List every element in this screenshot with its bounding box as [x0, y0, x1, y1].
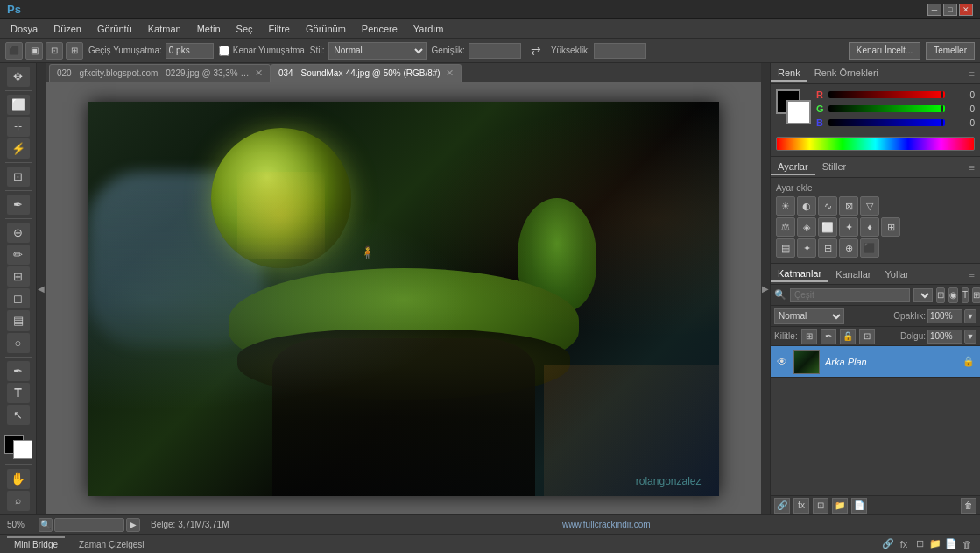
crop-tool[interactable]: ⊡: [7, 167, 30, 187]
fg-bg-selector[interactable]: [776, 89, 811, 124]
add-link-btn[interactable]: 🔗: [774, 498, 790, 514]
marquee-tool[interactable]: ⬜: [7, 95, 30, 115]
new-group-btn[interactable]: 📁: [832, 498, 848, 514]
opacity-expand[interactable]: ▼: [964, 309, 976, 323]
tab-2[interactable]: 034 - SoundMax-44.jpg @ 50% (RGB/8#) ✕: [271, 64, 462, 82]
colbalance-icon[interactable]: ◈: [797, 217, 816, 237]
tab-kanallar[interactable]: Kanallar: [828, 267, 878, 281]
tab-renk[interactable]: Renk: [771, 66, 807, 82]
menu-gorunum[interactable]: Görünüm: [299, 22, 353, 36]
tab-ayarlar[interactable]: Ayarlar: [771, 160, 815, 175]
zoom-tool[interactable]: ⌕: [7, 491, 30, 511]
menu-duzen[interactable]: Düzen: [46, 22, 88, 36]
lock-extra-btn[interactable]: ⊡: [859, 329, 875, 344]
vibrance-icon[interactable]: ▽: [860, 196, 879, 216]
menu-goruntu[interactable]: Görüntü: [90, 22, 139, 36]
options-shape1[interactable]: ⬛: [5, 42, 23, 60]
move-tool[interactable]: ✥: [7, 67, 30, 87]
bottom-icon-5[interactable]: 📄: [945, 538, 957, 550]
canvas-container[interactable]: 🧍 rolangonzalez: [46, 82, 761, 514]
options-shape3[interactable]: ⊡: [46, 42, 63, 60]
r-slider[interactable]: [828, 91, 945, 98]
photofilter-icon[interactable]: ✦: [839, 217, 858, 237]
tab-2-close[interactable]: ✕: [446, 67, 454, 79]
posterize-icon[interactable]: ⊞: [881, 217, 900, 237]
yukseklik-input[interactable]: [594, 43, 646, 59]
kat-filter1[interactable]: ⊡: [936, 287, 945, 303]
layer-item-arkaplan[interactable]: 👁 Arka Plan 🔒: [771, 346, 980, 378]
color-panel-menu[interactable]: ≡: [964, 68, 980, 79]
path-select-tool[interactable]: ↖: [7, 405, 30, 425]
menu-yardim[interactable]: Yardım: [406, 22, 451, 36]
swap-icon[interactable]: ⇄: [526, 41, 546, 60]
left-panel-collapse[interactable]: ◀: [37, 63, 46, 514]
kenar-incelt-button[interactable]: Kenarı İncelt...: [849, 42, 920, 60]
right-panel-collapse[interactable]: ▶: [761, 63, 770, 514]
background-color[interactable]: [13, 440, 32, 459]
menu-pencere[interactable]: Pencere: [355, 22, 405, 36]
spectrum-bar[interactable]: [776, 137, 975, 151]
dodge-tool[interactable]: ○: [7, 333, 30, 353]
bottom-icon-1[interactable]: 🔗: [882, 538, 894, 550]
tab-1-close[interactable]: ✕: [255, 67, 263, 79]
curves-icon[interactable]: ∿: [818, 196, 837, 216]
minimize-button[interactable]: ─: [927, 4, 941, 16]
zoom-slider[interactable]: [54, 518, 124, 532]
stamp-tool[interactable]: ⊞: [7, 266, 30, 287]
menu-katman[interactable]: Katman: [141, 22, 188, 36]
tab-katmanlar[interactable]: Katmanlar: [771, 266, 828, 282]
stil-select[interactable]: Normal Sabit En Boy Oranı Sabit Boyut: [328, 42, 427, 60]
channelmix-icon[interactable]: ♦: [860, 217, 879, 237]
lock-all-btn[interactable]: 🔒: [840, 329, 856, 344]
hand-tool[interactable]: ✋: [7, 469, 30, 489]
menu-sec[interactable]: Seç: [229, 22, 260, 36]
menu-dosya[interactable]: Dosya: [4, 22, 45, 36]
tab-yollar[interactable]: Yollar: [878, 267, 916, 281]
kat-filter2[interactable]: ◉: [948, 287, 958, 303]
genislik-input[interactable]: [469, 43, 521, 59]
temeller-button[interactable]: Temeller: [926, 42, 975, 60]
eyedropper-tool[interactable]: ✒: [7, 195, 30, 215]
dolgu-expand[interactable]: ▼: [964, 330, 976, 344]
zoom-out-btn[interactable]: 🔍: [39, 518, 53, 532]
background-swatch[interactable]: [786, 100, 811, 124]
bottom-icon-4[interactable]: 📁: [929, 538, 941, 550]
opacity-input[interactable]: [927, 309, 962, 323]
bw-icon[interactable]: ⬜: [818, 217, 837, 237]
g-slider[interactable]: [828, 105, 945, 112]
katmanlar-menu[interactable]: ≡: [964, 269, 980, 280]
bottom-icon-3[interactable]: ⊡: [913, 538, 926, 550]
brush-tool[interactable]: ✏: [7, 245, 30, 265]
selective-color-icon[interactable]: ✦: [797, 238, 816, 258]
gradient-tool[interactable]: ▤: [7, 310, 30, 330]
zoom-in-btn[interactable]: ▶: [126, 518, 140, 532]
tab-zamancizelgesi[interactable]: Zaman Çizelgesi: [72, 536, 151, 551]
kenar-checkbox[interactable]: [219, 46, 229, 56]
gradient-map-icon[interactable]: ▤: [776, 238, 795, 258]
b-slider[interactable]: [828, 119, 945, 126]
tab-1[interactable]: 020 - gfxcity.blogspot.com - 0229.jpg @ …: [49, 64, 271, 82]
katmanlar-type-select[interactable]: [913, 288, 933, 302]
hsl-icon[interactable]: ⚖: [776, 217, 795, 237]
options-shape2[interactable]: ▣: [25, 42, 43, 60]
add-fx-btn[interactable]: fx: [793, 498, 809, 514]
contrast-icon[interactable]: ◐: [797, 196, 816, 216]
add-mask-btn[interactable]: ⊡: [813, 498, 828, 514]
gec-input[interactable]: [166, 43, 214, 59]
color-menu-icon[interactable]: ≡: [964, 68, 980, 79]
new-layer-btn[interactable]: 📄: [851, 498, 867, 514]
close-button[interactable]: ✕: [959, 4, 973, 16]
threshold-icon[interactable]: ⬛: [860, 238, 879, 258]
kat-filter3[interactable]: T: [962, 287, 969, 303]
ayarlar-menu[interactable]: ≡: [964, 162, 980, 173]
katmanlar-search[interactable]: [790, 288, 910, 302]
ayarlar-menu-icon[interactable]: ≡: [964, 162, 980, 173]
bottom-icon-2[interactable]: fx: [898, 538, 910, 550]
magic-wand-tool[interactable]: ⚡: [7, 138, 30, 159]
menu-filtre[interactable]: Filtre: [262, 22, 297, 36]
tab-renk-ornekler[interactable]: Renk Örnekleri: [807, 66, 885, 82]
exposure-icon[interactable]: ⊠: [839, 196, 858, 216]
dolgu-input[interactable]: [927, 330, 962, 344]
heal-tool[interactable]: ⊕: [7, 223, 30, 243]
menu-metin[interactable]: Metin: [190, 22, 228, 36]
